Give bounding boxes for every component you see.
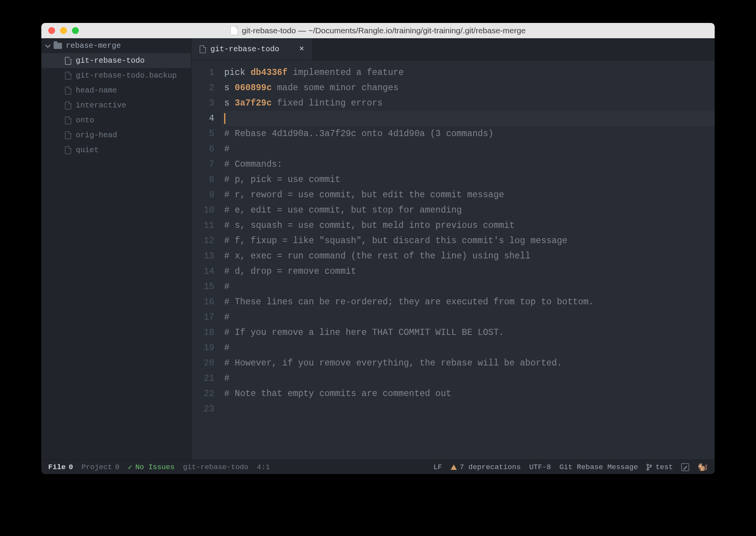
line-number[interactable]: 20: [191, 356, 214, 371]
code-line[interactable]: # s, squash = use commit, but meld into …: [222, 218, 715, 233]
warning-icon: [451, 465, 457, 470]
file-icon: [65, 72, 71, 80]
tree-item-git-rebase-todo-backup[interactable]: git-rebase-todo.backup: [41, 68, 191, 83]
tree-item-orig-head[interactable]: orig-head: [41, 128, 191, 143]
code-line[interactable]: # If you remove a line here THAT COMMIT …: [222, 325, 715, 340]
line-number[interactable]: 17: [191, 310, 214, 325]
code-line[interactable]: #: [222, 310, 715, 325]
tab-bar[interactable]: git-rebase-todo ×: [191, 38, 715, 60]
line-number[interactable]: 14: [191, 264, 214, 279]
check-icon: ✓: [128, 463, 132, 472]
code-line[interactable]: # x, exec = run command (the rest of the…: [222, 249, 715, 264]
code-line[interactable]: #: [222, 141, 715, 157]
zoom-window-button[interactable]: [72, 27, 79, 34]
status-encoding[interactable]: UTF-8: [529, 463, 551, 471]
status-issues-text: No Issues: [135, 463, 175, 471]
code-content[interactable]: pick db4336f implemented a features 0608…: [222, 60, 715, 460]
tree-item-label: interactive: [76, 101, 126, 110]
close-tab-icon[interactable]: ×: [299, 44, 304, 54]
code-line[interactable]: #: [222, 340, 715, 356]
tree-item-head-name[interactable]: head-name: [41, 83, 191, 98]
line-number[interactable]: 2: [191, 80, 214, 96]
line-number[interactable]: 12: [191, 233, 214, 249]
code-line[interactable]: # p, pick = use commit: [222, 172, 715, 187]
file-icon: [200, 45, 206, 53]
line-number[interactable]: 8: [191, 172, 214, 187]
status-file-diag[interactable]: File 0: [48, 463, 73, 471]
line-number[interactable]: 4: [191, 111, 214, 126]
text-cursor: [224, 113, 225, 124]
status-git-branch[interactable]: test: [646, 463, 673, 471]
line-number[interactable]: 9: [191, 187, 214, 203]
line-number[interactable]: 19: [191, 340, 214, 356]
code-line[interactable]: # e, edit = use commit, but stop for ame…: [222, 203, 715, 218]
line-number[interactable]: 22: [191, 386, 214, 401]
line-number[interactable]: 7: [191, 157, 214, 172]
file-tree-sidebar[interactable]: rebase-merge git-rebase-todogit-rebase-t…: [41, 38, 191, 460]
traffic-lights: [48, 27, 79, 34]
line-number[interactable]: 1: [191, 65, 214, 80]
file-icon: [65, 102, 71, 109]
line-number[interactable]: 21: [191, 371, 214, 386]
tree-item-quiet[interactable]: quiet: [41, 143, 191, 158]
line-number[interactable]: 6: [191, 141, 214, 157]
folder-icon: [54, 43, 62, 49]
text-editor[interactable]: 1234567891011121314151617181920212223 pi…: [191, 60, 715, 460]
minimize-window-button[interactable]: [60, 27, 67, 34]
line-number[interactable]: 10: [191, 203, 214, 218]
code-line[interactable]: #: [222, 371, 715, 386]
status-project-diag[interactable]: Project 0: [81, 463, 119, 471]
line-number[interactable]: 3: [191, 96, 214, 111]
squirrel-icon[interactable]: 🐿️: [697, 462, 708, 472]
status-deprecations-text: 7 deprecations: [460, 463, 521, 471]
edit-icon[interactable]: [681, 463, 689, 471]
tab-label: git-rebase-todo: [210, 45, 279, 54]
line-number[interactable]: 23: [191, 401, 214, 417]
tree-item-interactive[interactable]: interactive: [41, 98, 191, 113]
code-line[interactable]: # r, reword = use commit, but edit the c…: [222, 187, 715, 203]
svg-point-0: [647, 464, 648, 466]
line-number-gutter[interactable]: 1234567891011121314151617181920212223: [191, 60, 222, 460]
code-line[interactable]: # Rebase 4d1d90a..3a7f29c onto 4d1d90a (…: [222, 126, 715, 141]
line-number[interactable]: 11: [191, 218, 214, 233]
code-line[interactable]: # Commands:: [222, 157, 715, 172]
code-line[interactable]: # f, fixup = like "squash", but discard …: [222, 233, 715, 249]
file-icon: [65, 87, 71, 94]
tab-git-rebase-todo[interactable]: git-rebase-todo ×: [191, 38, 313, 60]
status-filename[interactable]: git-rebase-todo: [183, 463, 248, 471]
line-number[interactable]: 15: [191, 279, 214, 294]
window-title-text: git-rebase-todo — ~/Documents/Rangle.io/…: [242, 26, 526, 35]
chevron-down-icon: [45, 42, 51, 48]
tree-item-onto[interactable]: onto: [41, 113, 191, 128]
document-icon: [230, 26, 238, 35]
status-deprecations[interactable]: 7 deprecations: [451, 463, 521, 471]
line-number[interactable]: 18: [191, 325, 214, 340]
status-project-label: Project: [81, 463, 112, 471]
tree-item-label: orig-head: [76, 131, 117, 140]
code-line[interactable]: # These lines can be re-ordered; they ar…: [222, 294, 715, 310]
line-number[interactable]: 16: [191, 294, 214, 310]
code-line[interactable]: #: [222, 279, 715, 294]
code-line[interactable]: pick db4336f implemented a feature: [222, 65, 715, 80]
tree-root-folder[interactable]: rebase-merge: [41, 38, 191, 53]
line-number[interactable]: 5: [191, 126, 214, 141]
status-line-ending[interactable]: LF: [433, 463, 442, 471]
close-window-button[interactable]: [48, 27, 55, 34]
code-line[interactable]: [222, 401, 715, 417]
code-line[interactable]: # d, drop = remove commit: [222, 264, 715, 279]
svg-point-2: [650, 465, 652, 466]
code-line[interactable]: # However, if you remove everything, the…: [222, 356, 715, 371]
code-line[interactable]: s 3a7f29c fixed linting errors: [222, 96, 715, 111]
titlebar[interactable]: git-rebase-todo — ~/Documents/Rangle.io/…: [41, 23, 715, 38]
file-icon: [65, 57, 71, 65]
code-line[interactable]: s 060899c made some minor changes: [222, 80, 715, 96]
line-number[interactable]: 13: [191, 249, 214, 264]
status-grammar[interactable]: Git Rebase Message: [559, 463, 638, 471]
tree-item-label: head-name: [76, 86, 117, 95]
tree-item-git-rebase-todo[interactable]: git-rebase-todo: [41, 53, 191, 68]
status-bar[interactable]: File 0 Project 0 ✓ No Issues git-rebase-…: [41, 460, 715, 474]
code-line[interactable]: [222, 111, 715, 126]
code-line[interactable]: # Note that empty commits are commented …: [222, 386, 715, 401]
status-cursor-position[interactable]: 4:1: [257, 463, 270, 471]
status-issues[interactable]: ✓ No Issues: [128, 463, 174, 472]
